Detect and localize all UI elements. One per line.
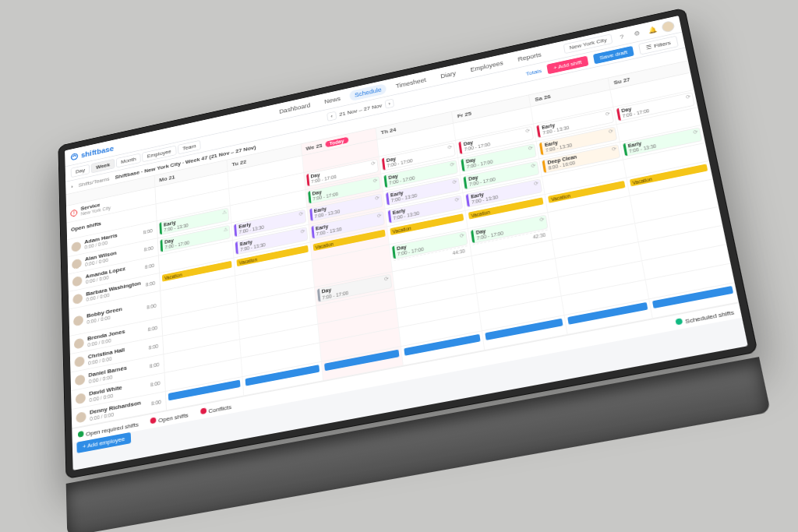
repeat-icon: ⟳ (298, 211, 303, 217)
check-icon (676, 318, 683, 325)
repeat-icon: ⟳ (376, 213, 382, 220)
gear-icon[interactable]: ⚙ (630, 27, 643, 39)
repeat-icon: ⟳ (371, 160, 376, 167)
avatar (73, 315, 83, 326)
repeat-icon: ⟳ (460, 233, 465, 240)
avatar (72, 276, 83, 287)
repeat-icon: ⟳ (373, 178, 377, 184)
warning-icon: ! (70, 209, 77, 217)
view-team[interactable]: Team (178, 140, 202, 155)
svg-point-0 (71, 153, 77, 160)
avatar (72, 258, 82, 270)
repeat-icon: ⟳ (686, 93, 692, 100)
repeat-icon: ⟳ (539, 217, 545, 224)
legend-open-shifts: Open shifts (150, 410, 189, 425)
view-week[interactable]: Week (91, 159, 115, 174)
repeat-icon: ⟳ (605, 111, 610, 117)
warning-icon: ⚠ (222, 210, 227, 216)
view-day[interactable]: Day (71, 164, 90, 178)
avatar (76, 393, 86, 404)
avatar (74, 337, 84, 349)
help-icon[interactable]: ? (616, 31, 628, 43)
repeat-icon: ⟳ (452, 179, 457, 185)
avatar (74, 356, 84, 368)
nav-item-news[interactable]: News (319, 92, 346, 107)
repeat-icon: ⟳ (608, 129, 613, 136)
avatar (72, 293, 83, 305)
repeat-icon: ⟳ (528, 145, 534, 151)
user-avatar[interactable] (661, 19, 675, 33)
warning-icon: ⚠ (224, 227, 228, 233)
dot-icon (150, 417, 157, 424)
nav-item-diary[interactable]: Diary (435, 67, 462, 83)
repeat-icon: ⟳ (454, 197, 460, 204)
filter-icon: ☰ (646, 44, 652, 51)
chevron-right-icon: › (71, 184, 73, 190)
repeat-icon: ⟳ (534, 181, 539, 188)
avatar (71, 241, 81, 252)
logo-icon (70, 152, 79, 161)
repeat-icon: ⟳ (525, 128, 531, 134)
repeat-icon: ⟳ (531, 163, 536, 170)
repeat-icon: ⟳ (450, 161, 455, 167)
repeat-icon: ⟳ (447, 144, 453, 150)
filters-label: Filters (653, 40, 671, 49)
avatar (76, 411, 86, 423)
repeat-icon: ⟳ (693, 129, 699, 136)
next-week-button[interactable]: › (384, 99, 394, 109)
repeat-icon: ⟳ (611, 146, 616, 153)
avatar (75, 374, 85, 386)
prev-week-button[interactable]: ‹ (327, 111, 337, 122)
legend-conflicts: Conflicts (200, 403, 232, 416)
repeat-icon: ⟳ (375, 196, 380, 202)
bell-icon[interactable]: 🔔 (646, 24, 659, 36)
check-icon (78, 431, 84, 438)
repeat-icon: ⟳ (300, 228, 305, 234)
repeat-icon: ⟳ (384, 276, 390, 283)
warning-icon (200, 407, 207, 414)
totals-link[interactable]: Totals (525, 68, 542, 77)
